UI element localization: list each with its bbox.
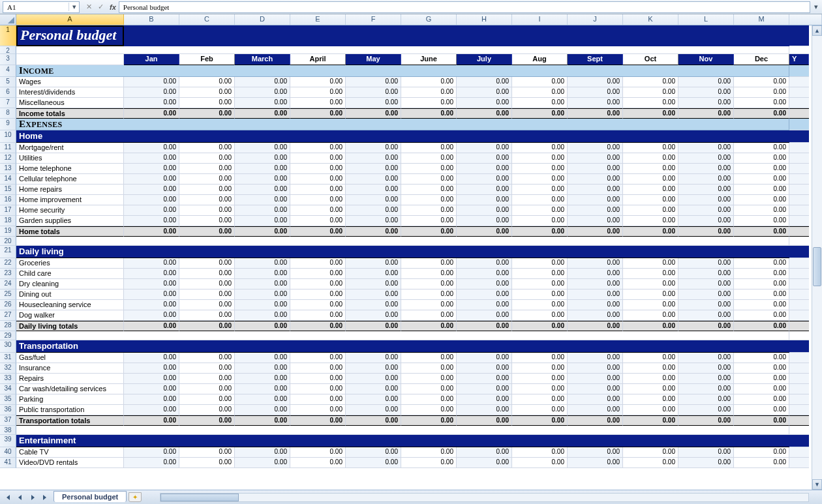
data-cell[interactable]: 0.00 [568, 87, 623, 98]
data-cell[interactable]: 0.00 [457, 164, 512, 174]
row-header[interactable]: 9 [0, 119, 16, 130]
data-cell[interactable]: 0.00 [623, 174, 678, 185]
row-label[interactable]: Car wash/detailing services [16, 384, 124, 394]
data-cell[interactable]: 0.00 [512, 310, 568, 321]
data-cell[interactable]: 0.00 [457, 447, 512, 458]
data-cell[interactable]: 0.00 [678, 458, 734, 468]
data-cell[interactable]: 0.00 [124, 300, 179, 310]
data-cell[interactable]: 0.00 [179, 205, 235, 216]
data-cell[interactable]: 0.00 [290, 394, 346, 405]
data-cell[interactable]: 0.00 [401, 300, 457, 310]
data-cell[interactable]: 0.00 [678, 195, 734, 205]
data-cell[interactable]: 0.00 [290, 279, 346, 289]
data-cell[interactable]: 0.00 [124, 374, 179, 384]
data-cell[interactable]: 0.00 [346, 405, 401, 415]
row-label[interactable]: Home repairs [16, 185, 124, 195]
row-header[interactable]: 18 [0, 216, 16, 226]
data-cell[interactable]: 0.00 [235, 447, 290, 458]
data-cell[interactable]: 0.00 [568, 310, 623, 321]
row-header[interactable]: 38 [0, 426, 16, 435]
row-label[interactable]: Child care [16, 269, 124, 279]
data-cell[interactable]: 0.00 [290, 374, 346, 384]
data-cell[interactable]: 0.00 [512, 195, 568, 205]
data-cell[interactable]: 0.00 [623, 384, 678, 394]
data-cell[interactable]: 0.00 [678, 384, 734, 394]
data-cell[interactable]: 0.00 [346, 310, 401, 321]
data-cell[interactable]: 0.00 [457, 300, 512, 310]
row-header[interactable]: 11 [0, 143, 16, 153]
row-label[interactable]: Utilities [16, 153, 124, 164]
row-label[interactable]: Dining out [16, 289, 124, 300]
column-header[interactable]: D [235, 14, 290, 25]
data-cell[interactable]: 0.00 [235, 174, 290, 185]
data-cell[interactable]: 0.00 [179, 300, 235, 310]
data-cell[interactable]: 0.00 [623, 394, 678, 405]
data-cell[interactable]: 0.00 [401, 279, 457, 289]
data-cell[interactable]: 0.00 [623, 143, 678, 153]
name-box[interactable]: A1 ▾ [3, 1, 80, 13]
data-cell[interactable]: 0.00 [124, 87, 179, 98]
data-cell[interactable]: 0.00 [235, 77, 290, 87]
data-cell[interactable]: 0.00 [235, 185, 290, 195]
data-cell[interactable]: 0.00 [235, 143, 290, 153]
data-cell[interactable]: 0.00 [734, 353, 789, 363]
data-cell[interactable]: 0.00 [678, 310, 734, 321]
data-cell[interactable]: 0.00 [346, 216, 401, 226]
data-cell[interactable]: 0.00 [235, 384, 290, 394]
scroll-down-button[interactable]: ▼ [812, 479, 822, 490]
data-cell[interactable]: 0.00 [124, 279, 179, 289]
data-cell[interactable]: 0.00 [290, 258, 346, 269]
select-all-corner[interactable] [0, 14, 16, 25]
data-cell[interactable]: 0.00 [457, 310, 512, 321]
row-header[interactable]: 1 [0, 25, 16, 46]
data-cell[interactable]: 0.00 [512, 87, 568, 98]
data-cell[interactable]: 0.00 [346, 98, 401, 108]
data-cell[interactable]: 0.00 [678, 185, 734, 195]
data-cell[interactable]: 0.00 [568, 98, 623, 108]
data-cell[interactable]: 0.00 [124, 394, 179, 405]
data-cell[interactable]: 0.00 [290, 300, 346, 310]
tab-nav-first-icon[interactable] [2, 492, 14, 503]
data-cell[interactable]: 0.00 [457, 205, 512, 216]
horizontal-scroll-thumb[interactable] [160, 494, 239, 501]
data-cell[interactable]: 0.00 [457, 458, 512, 468]
data-cell[interactable]: 0.00 [290, 269, 346, 279]
data-cell[interactable]: 0.00 [401, 394, 457, 405]
data-cell[interactable]: 0.00 [734, 195, 789, 205]
data-cell[interactable]: 0.00 [457, 174, 512, 185]
data-cell[interactable]: 0.00 [623, 98, 678, 108]
data-cell[interactable]: 0.00 [678, 164, 734, 174]
data-cell[interactable]: 0.00 [179, 98, 235, 108]
data-cell[interactable]: 0.00 [290, 98, 346, 108]
data-cell[interactable]: 0.00 [179, 77, 235, 87]
column-header[interactable]: H [457, 14, 512, 25]
data-cell[interactable]: 0.00 [734, 363, 789, 374]
data-cell[interactable]: 0.00 [179, 185, 235, 195]
data-cell[interactable]: 0.00 [568, 185, 623, 195]
data-cell[interactable]: 0.00 [290, 205, 346, 216]
data-cell[interactable]: 0.00 [290, 384, 346, 394]
data-cell[interactable]: 0.00 [401, 174, 457, 185]
data-cell[interactable]: 0.00 [512, 77, 568, 87]
data-cell[interactable]: 0.00 [678, 77, 734, 87]
formula-input[interactable]: Personal budget [119, 1, 810, 13]
column-header[interactable]: J [568, 14, 623, 25]
row-header[interactable]: 36 [0, 405, 16, 415]
data-cell[interactable]: 0.00 [124, 258, 179, 269]
data-cell[interactable]: 0.00 [457, 279, 512, 289]
data-cell[interactable]: 0.00 [401, 374, 457, 384]
data-cell[interactable]: 0.00 [568, 164, 623, 174]
spreadsheet-grid[interactable]: 1Personal budget23JanFebMarchAprilMayJun… [0, 25, 812, 490]
row-header[interactable]: 7 [0, 98, 16, 108]
data-cell[interactable]: 0.00 [568, 205, 623, 216]
data-cell[interactable]: 0.00 [457, 353, 512, 363]
data-cell[interactable]: 0.00 [568, 153, 623, 164]
name-box-dropdown-icon[interactable]: ▾ [68, 3, 79, 11]
data-cell[interactable]: 0.00 [401, 205, 457, 216]
data-cell[interactable]: 0.00 [623, 185, 678, 195]
data-cell[interactable]: 0.00 [512, 258, 568, 269]
data-cell[interactable]: 0.00 [290, 447, 346, 458]
data-cell[interactable]: 0.00 [623, 353, 678, 363]
data-cell[interactable]: 0.00 [346, 279, 401, 289]
data-cell[interactable]: 0.00 [346, 394, 401, 405]
